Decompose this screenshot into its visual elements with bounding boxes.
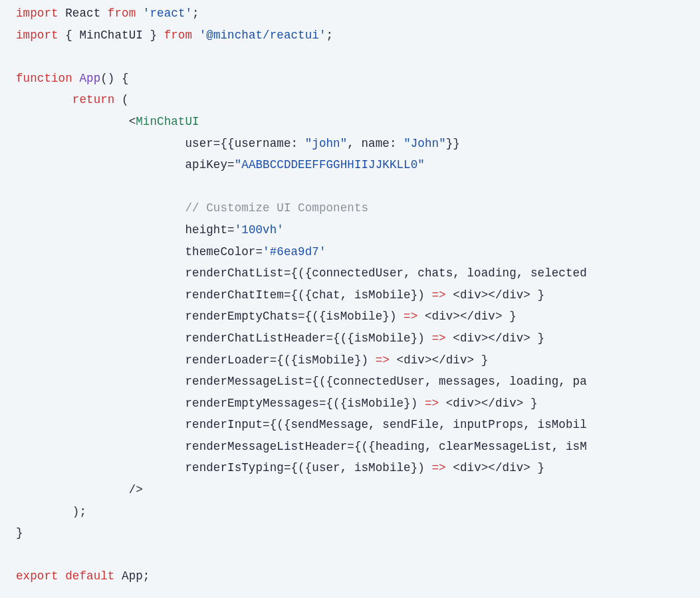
comment-line: // Customize UI Components xyxy=(16,201,368,215)
prop-apikey: apiKey="AABBCCDDEEFFGGHHIIJJKKLL0" xyxy=(16,158,425,171)
prop-rendermessagelist: renderMessageList={({connectedUser, mess… xyxy=(16,375,587,388)
line-6-open-tag: <MinChatUI xyxy=(16,115,199,128)
line-close-tag: /> xyxy=(16,483,143,496)
line-5: return ( xyxy=(16,93,129,106)
fn-name: App xyxy=(79,72,100,85)
kw-from: from xyxy=(108,7,136,20)
kw-function: function xyxy=(16,72,72,85)
prop-renderemptychats: renderEmptyChats={({isMobile}) => <div><… xyxy=(16,310,517,323)
line-export: export default App; xyxy=(16,569,150,583)
jsx-tag-name: MinChatUI xyxy=(136,115,199,128)
line-2: import { MinChatUI } from '@minchat/reac… xyxy=(16,29,333,42)
kw-default: default xyxy=(58,569,115,583)
line-4: function App() { xyxy=(16,72,129,85)
kw-export: export xyxy=(16,569,58,583)
prop-rendermessagelistheader: renderMessageListHeader={({heading, clea… xyxy=(16,440,587,453)
prop-renderchatitem: renderChatItem={({chat, isMobile}) => <d… xyxy=(16,288,544,302)
prop-height: height='100vh' xyxy=(16,223,284,237)
prop-renderchatlist: renderChatList={({connectedUser, chats, … xyxy=(16,266,587,280)
prop-renderemptymessages: renderEmptyMessages={({isMobile}) => <di… xyxy=(16,397,538,410)
prop-renderinput: renderInput={({sendMessage, sendFile, in… xyxy=(16,418,587,431)
string-literal: 'react' xyxy=(136,7,192,20)
prop-renderchatlistheader: renderChatListHeader={({isMobile}) => <d… xyxy=(16,332,544,345)
line-1: import React from 'react'; xyxy=(16,7,199,20)
kw-import: import xyxy=(16,29,58,42)
line-close-return: ); xyxy=(16,505,86,518)
code-block: import React from 'react'; import { MinC… xyxy=(0,0,700,587)
kw-return: return xyxy=(72,93,115,106)
prop-themecolor: themeColor='#6ea9d7' xyxy=(16,245,326,258)
prop-renderloader: renderLoader={({isMobile}) => <div></div… xyxy=(16,353,488,367)
kw-from: from xyxy=(164,29,192,42)
prop-renderistyping: renderIsTyping={({user, isMobile}) => <d… xyxy=(16,461,544,474)
line-close-fn: } xyxy=(16,526,23,540)
comment: // Customize UI Components xyxy=(185,201,368,215)
kw-import: import xyxy=(16,7,58,20)
string-literal: '@minchat/reactui' xyxy=(192,29,326,42)
prop-user: user={{username: "john", name: "John"}} xyxy=(16,137,460,150)
